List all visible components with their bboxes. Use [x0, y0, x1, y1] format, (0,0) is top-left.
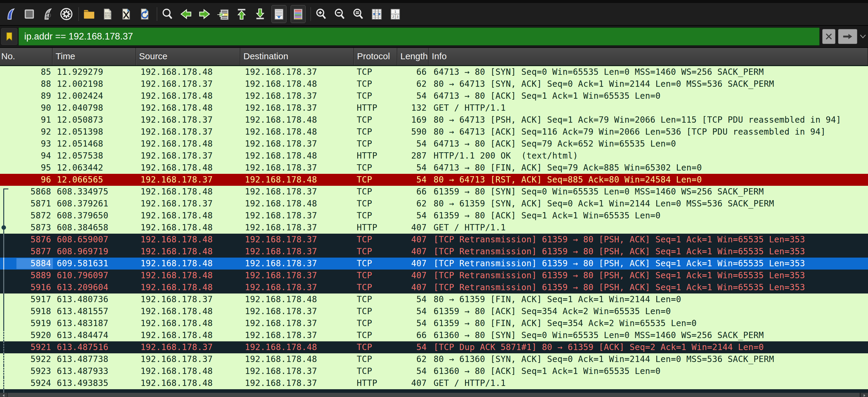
save-file-icon[interactable]: 01010 01101 01110	[100, 5, 115, 23]
packet-row[interactable]: 5924613.493835192.168.178.48192.168.178.…	[0, 377, 868, 389]
packet-row[interactable]: 5916613.209604192.168.178.48192.168.178.…	[0, 281, 868, 294]
cell-len: 54	[397, 317, 429, 329]
column-header-time[interactable]: Time	[53, 48, 136, 65]
column-header-length[interactable]: Length	[397, 48, 429, 65]
packet-row[interactable]: 9212.051398192.168.178.37192.168.178.48T…	[0, 126, 868, 138]
restart-capture-icon[interactable]	[41, 5, 55, 23]
cell-info: 80 → 64713 [RST, ACK] Seq=885 Ack=80 Win…	[429, 174, 868, 186]
apply-filter-button[interactable]	[838, 29, 857, 44]
packet-row[interactable]: 9512.063442192.168.178.48192.168.178.37T…	[0, 162, 868, 174]
cell-time: 608.969719	[53, 246, 136, 257]
packet-row[interactable]: 9612.066565192.168.178.37192.168.178.48T…	[0, 174, 868, 186]
packet-row[interactable]: 5917613.480736192.168.178.37192.168.178.…	[0, 294, 868, 305]
cell-proto: HTTP	[354, 222, 397, 234]
layout-icon[interactable]: 1 2 3	[388, 5, 402, 23]
cell-dst: 192.168.178.37	[240, 305, 354, 317]
packet-row[interactable]: 8812.002198192.168.178.37192.168.178.48T…	[0, 78, 868, 90]
column-header-protocol[interactable]: Protocol	[354, 48, 397, 65]
colorize-toggle[interactable]	[291, 5, 306, 23]
cell-info: HTTP/1.1 200 OK (text/html)	[429, 150, 868, 162]
cell-src: 192.168.178.48	[136, 66, 240, 78]
packet-row[interactable]: 5873608.384658192.168.178.48192.168.178.…	[0, 222, 868, 234]
cell-time: 613.481557	[53, 305, 136, 317]
scroll-left-button[interactable]	[0, 393, 7, 397]
cell-no: 5916	[9, 281, 53, 294]
cell-src: 192.168.178.48	[136, 222, 240, 234]
cell-len: 54	[397, 90, 429, 102]
related-packet-marker	[0, 114, 9, 126]
clear-filter-button[interactable]	[822, 29, 835, 44]
go-to-packet-icon[interactable]	[216, 5, 230, 23]
cell-src: 192.168.178.37	[136, 78, 240, 90]
cell-proto: TCP	[354, 198, 397, 210]
packet-row[interactable]: 5918613.481557192.168.178.48192.168.178.…	[0, 305, 868, 317]
cell-info: 80 → 61359 [SYN, ACK] Seq=0 Ack=1 Win=21…	[429, 198, 868, 210]
go-back-icon[interactable]	[179, 5, 193, 23]
packet-row[interactable]: 8912.002424192.168.178.48192.168.178.37T…	[0, 90, 868, 102]
cell-time: 12.066565	[53, 174, 136, 186]
cell-dst: 192.168.178.37	[240, 234, 354, 246]
display-filter-input[interactable]: ip.addr == 192.168.178.37	[19, 28, 819, 45]
packet-row[interactable]: 5876608.659007192.168.178.48192.168.178.…	[0, 234, 868, 246]
scroll-right-button[interactable]	[861, 393, 868, 397]
cell-proto: TCP	[354, 305, 397, 317]
packet-row[interactable]: 5877608.969719192.168.178.48192.168.178.…	[0, 246, 868, 257]
filter-expression-chevron[interactable]	[859, 29, 867, 44]
filter-bookmark-button[interactable]	[1, 28, 17, 45]
cell-len: 62	[397, 198, 429, 210]
cell-len: 54	[397, 305, 429, 317]
cell-proto: TCP	[354, 270, 397, 281]
packet-row[interactable]: 5920613.484474192.168.178.48192.168.178.…	[0, 329, 868, 341]
go-last-icon[interactable]	[253, 5, 267, 23]
svg-text:3: 3	[397, 15, 398, 19]
cell-time: 608.334975	[53, 186, 136, 198]
resize-columns-icon[interactable]	[370, 5, 384, 23]
horizontal-scrollbar[interactable]	[0, 393, 868, 397]
cell-len: 66	[397, 66, 429, 78]
go-forward-icon[interactable]	[197, 5, 212, 23]
find-packet-icon[interactable]	[160, 5, 175, 23]
packet-row[interactable]: 5921613.487516192.168.178.37192.168.178.…	[0, 341, 868, 353]
close-file-icon[interactable]	[119, 5, 133, 23]
cell-len: 407	[397, 257, 429, 270]
packet-row[interactable]: 9112.050873192.168.178.37192.168.178.48T…	[0, 114, 868, 126]
packet-row[interactable]: 9412.057538192.168.178.37192.168.178.48H…	[0, 150, 868, 162]
clear-filter-icon	[824, 32, 833, 41]
packet-row[interactable]: 5889610.796097192.168.178.48192.168.178.…	[0, 270, 868, 281]
packet-row[interactable]: 9312.051468192.168.178.48192.168.178.37T…	[0, 138, 868, 150]
stop-capture-icon[interactable]	[22, 5, 36, 23]
start-capture-icon[interactable]	[4, 5, 18, 23]
capture-options-icon[interactable]	[59, 5, 73, 23]
packet-row[interactable]: 9012.040798192.168.178.48192.168.178.37H…	[0, 102, 868, 114]
packet-row[interactable]: 5871608.379261192.168.178.37192.168.178.…	[0, 198, 868, 210]
auto-scroll-toggle[interactable]	[272, 5, 286, 23]
packet-row[interactable]: 5868608.334975192.168.178.48192.168.178.…	[0, 186, 868, 198]
cell-dst: 192.168.178.37	[240, 162, 354, 174]
packet-row[interactable]: 8511.929279192.168.178.48192.168.178.37T…	[0, 66, 868, 78]
cell-time: 613.483187	[53, 317, 136, 329]
related-packet-marker	[0, 90, 9, 102]
packet-row[interactable]: 5884609.581631192.168.178.48192.168.178.…	[0, 257, 868, 270]
packet-row[interactable]: 5923613.487933192.168.178.48192.168.178.…	[0, 365, 868, 377]
packet-row[interactable]: 5922613.487738192.168.178.37192.168.178.…	[0, 353, 868, 365]
zoom-in-icon[interactable]	[314, 5, 328, 23]
zoom-reset-icon[interactable]	[351, 5, 365, 23]
packet-row[interactable]: 5872608.379650192.168.178.48192.168.178.…	[0, 210, 868, 222]
cell-len: 54	[397, 365, 429, 377]
scrollbar-thumb[interactable]	[8, 393, 860, 397]
column-header-source[interactable]: Source	[136, 48, 240, 65]
packet-row[interactable]: 5919613.483187192.168.178.48192.168.178.…	[0, 317, 868, 329]
open-file-icon[interactable]	[82, 5, 96, 23]
wireshark-window: 01010 01101 01110	[0, 0, 868, 397]
related-packet-marker	[0, 281, 9, 294]
column-header-no[interactable]: No.	[0, 48, 53, 65]
column-header-destination[interactable]: Destination	[240, 48, 354, 65]
column-header-info[interactable]: Info	[429, 48, 868, 65]
cell-src: 192.168.178.48	[136, 234, 240, 246]
cell-no: 5876	[9, 234, 53, 246]
zoom-out-icon[interactable]	[333, 5, 347, 23]
cell-no: 5923	[9, 365, 53, 377]
go-first-icon[interactable]	[235, 5, 249, 23]
reload-file-icon[interactable]	[137, 5, 152, 23]
display-filter-bar: ip.addr == 192.168.178.37	[0, 26, 868, 48]
